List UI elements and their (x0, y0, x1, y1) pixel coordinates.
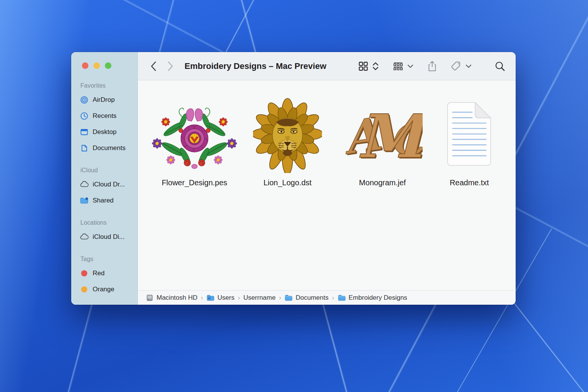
grid-view-icon (358, 61, 369, 72)
sidebar-item-label: Orange (93, 286, 114, 293)
sidebar-item-airdrop[interactable]: AirDrop (76, 92, 133, 108)
breadcrumb-documents[interactable]: Documents (284, 294, 328, 302)
lion-embroidery-thumbnail (253, 96, 322, 173)
chevron-down-icon (465, 64, 472, 69)
sidebar-section-locations: Locations (76, 219, 133, 227)
toolbar-actions (358, 60, 506, 72)
file-name[interactable]: Readme.txt (450, 178, 489, 187)
folder-icon (284, 294, 293, 302)
breadcrumb-username[interactable]: Userrname (243, 294, 276, 302)
red-tag-dot (81, 270, 87, 276)
sidebar-item-icloud-disk[interactable]: iCloud Di... (76, 229, 133, 245)
sidebar-item-label: iCloud Di... (93, 233, 124, 241)
path-bar: Macintosh HD › Users › Userrname › Docum… (138, 290, 516, 305)
window-controls (82, 62, 111, 69)
orange-tag-dot (81, 286, 87, 292)
breadcrumb-separator: › (238, 294, 240, 301)
breadcrumb-users[interactable]: Users (206, 294, 234, 302)
breadcrumb-separator: › (201, 294, 203, 301)
search-button[interactable] (494, 60, 506, 72)
sidebar-item-icloud-drive[interactable]: iCloud Dr... (76, 176, 133, 193)
monogram-embroidery-thumbnail: A C M A C M (342, 96, 423, 173)
sidebar-item-tag-red[interactable]: Red (76, 265, 133, 281)
breadcrumb-embroidery-designs[interactable]: Embroidery Designs (338, 294, 407, 302)
flower-embroidery-thumbnail (148, 96, 241, 173)
share-button[interactable] (427, 60, 438, 72)
file-readme[interactable]: Readme.txt (423, 96, 515, 187)
main-column: Embroidery Designs – Mac Preview (138, 52, 516, 305)
text-document-thumbnail (444, 96, 495, 173)
desktop-icon (80, 127, 89, 137)
sidebar-item-label: Desktop (93, 128, 116, 136)
sidebar-section-favorites: Favorites (76, 82, 133, 90)
breadcrumb-macintosh-hd[interactable]: Macintosh HD (145, 294, 198, 302)
breadcrumb-separator: › (332, 294, 334, 301)
sidebar-item-recents[interactable]: Recents (76, 108, 133, 124)
document-icon (80, 144, 89, 153)
breadcrumb-label: Userrname (243, 294, 276, 302)
tag-icon (451, 60, 462, 72)
users-folder-icon (206, 294, 215, 302)
recents-clock-icon (80, 111, 89, 121)
chevron-down-icon (407, 64, 414, 69)
hard-drive-icon (145, 294, 154, 302)
zoom-button[interactable] (105, 62, 111, 69)
finder-window: Favorites AirDrop Recents (71, 52, 516, 305)
svg-text:M: M (357, 101, 423, 172)
view-switcher-button[interactable] (358, 61, 379, 72)
file-browser-content[interactable]: Flower_Design.pes (138, 80, 516, 290)
group-by-button[interactable] (392, 61, 414, 71)
cloud-icon (80, 180, 89, 189)
forward-button[interactable] (165, 60, 176, 73)
back-button[interactable] (148, 60, 159, 73)
sidebar-item-label: Red (93, 270, 105, 277)
tags-button[interactable] (451, 60, 472, 72)
airdrop-icon (80, 95, 89, 105)
sidebar-item-shared[interactable]: Shared (76, 193, 133, 209)
shared-folder-icon (80, 196, 89, 205)
sidebar-section-icloud: iCloud (76, 167, 133, 174)
sidebar-item-label: iCloud Dr... (93, 181, 125, 188)
view-updown-chevrons-icon (372, 61, 379, 72)
file-lion-logo[interactable]: Lion_Logo.dst (242, 96, 333, 187)
file-name[interactable]: Flower_Design.pes (162, 178, 227, 187)
sidebar-item-tag-orange[interactable]: Orange (76, 281, 133, 297)
search-icon (494, 60, 506, 72)
sidebar-section-tags: Tags (76, 255, 133, 263)
file-flower-design[interactable]: Flower_Design.pes (149, 96, 240, 187)
file-name[interactable]: Monogram.jef (359, 178, 406, 187)
toolbar: Embroidery Designs – Mac Preview (138, 52, 516, 80)
group-by-icon (392, 61, 404, 71)
window-title: Embroidery Designs – Mac Preview (185, 61, 327, 71)
sidebar-item-label: AirDrop (93, 96, 115, 104)
breadcrumb-label: Embroidery Designs (349, 294, 407, 302)
sidebar-item-desktop[interactable]: Desktop (76, 124, 133, 140)
breadcrumb-label: Users (217, 294, 234, 302)
sidebar-item-documents[interactable]: Documents (76, 140, 133, 156)
file-monogram[interactable]: A C M A C M Monogram.jef (336, 96, 428, 187)
sidebar-item-label: Documents (93, 144, 126, 152)
sidebar: Favorites AirDrop Recents (71, 52, 138, 305)
sidebar-scroll: Favorites AirDrop Recents (71, 82, 137, 305)
breadcrumb-label: Macintosh HD (157, 294, 198, 302)
close-button[interactable] (82, 62, 88, 69)
cloud-icon (80, 232, 89, 242)
share-icon (427, 60, 438, 72)
breadcrumb-separator: › (279, 294, 281, 301)
sidebar-item-label: Recents (93, 112, 116, 120)
minimize-button[interactable] (93, 62, 100, 69)
file-name[interactable]: Lion_Logo.dst (263, 178, 312, 187)
sidebar-item-label: Shared (93, 197, 114, 204)
breadcrumb-label: Documents (296, 294, 328, 302)
folder-icon (338, 294, 346, 302)
